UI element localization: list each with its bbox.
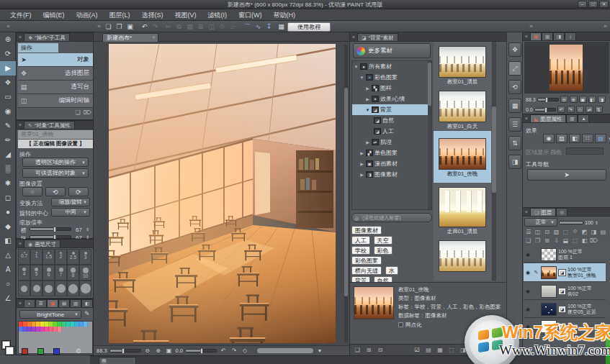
flip-horizontal-button[interactable]: ◧ (588, 96, 596, 103)
snap-ruler-icon[interactable]: ⌒ (242, 22, 253, 32)
redo-icon[interactable]: ↷ (150, 22, 161, 32)
tone-effect-icon[interactable]: ▨ (556, 134, 568, 143)
tree-item-artificial[interactable]: ◪人工 (352, 126, 431, 137)
replace-material-button[interactable]: ⟲ (508, 80, 521, 94)
material-item-classroom-morning[interactable]: 教室01_清晨 (434, 42, 491, 86)
layer-thumbnail[interactable] (541, 303, 557, 316)
pencil-tool[interactable]: ✏ (0, 133, 16, 147)
color-swatch[interactable] (84, 322, 88, 327)
tag-horizontal-seamless[interactable]: 横向无缝 (351, 266, 382, 275)
animation-tab[interactable]: ▥ (566, 114, 578, 122)
copy-icon[interactable]: ⧉ (174, 22, 184, 32)
material-thumbnail[interactable] (439, 46, 486, 78)
apply-mask-icon[interactable]: ◧ (580, 237, 588, 244)
materials-panel-tab[interactable]: ◪“背景”素材 (357, 33, 398, 41)
subtool-item-object[interactable]: ➤ 对象 (18, 53, 93, 67)
tool-navigation-button[interactable]: ➤ (527, 169, 606, 181)
layer-property-tab[interactable]: ◣图层属性 (530, 114, 566, 122)
brush-size-cell[interactable]: 1.5 (42, 249, 55, 265)
scale-transform-icon[interactable]: ⊞ (195, 22, 206, 32)
spinner-icon[interactable]: ⇕ (86, 227, 89, 232)
menu-select[interactable]: 选择(S) (136, 9, 169, 21)
undo-icon[interactable]: ↶ (139, 22, 150, 32)
rotate-ccw-button[interactable]: ↶ (557, 106, 565, 113)
material-item-classroom-evening[interactable]: 教室01_傍晚 (434, 131, 491, 183)
enable-ruler-icon[interactable]: ⟐ (571, 228, 579, 235)
blend-mode-dropdown[interactable]: 正常▼ (524, 218, 557, 227)
panel-collapse-icon[interactable]: « (17, 240, 24, 247)
green-color-chip[interactable] (37, 348, 44, 355)
chevron-down-icon[interactable]: ▾ (315, 347, 324, 354)
toneize-checkbox[interactable]: 网点化 (398, 322, 422, 329)
draft-layer-icon[interactable]: ▤ (595, 134, 606, 143)
tree-expand-icon[interactable]: ▼ (359, 76, 364, 80)
layer-thumbnail[interactable] (541, 248, 557, 261)
brush-size-cell[interactable]: 10 (79, 265, 91, 281)
history-tab[interactable]: ↕ (565, 32, 576, 40)
panel-collapse-icon[interactable]: « (523, 32, 530, 40)
tag-search-input[interactable]: ◎(请在此键入标签) (351, 213, 432, 222)
rotate-center-dropdown[interactable]: 中间▼ (51, 208, 90, 217)
menu-view[interactable]: 视图(V) (169, 9, 202, 21)
brush-size-cell[interactable]: 6 (42, 265, 55, 281)
fit-window-icon[interactable]: ▣ (165, 347, 174, 354)
tree-expand-icon[interactable]: ▼ (365, 108, 370, 112)
panel-collapse-icon[interactable]: « (523, 208, 530, 216)
tag-artificial[interactable]: 人工 (351, 236, 370, 245)
menu-animation[interactable]: 动画(A) (71, 9, 104, 21)
brush-size-cell[interactable]: 4 (18, 265, 30, 281)
clip-to-layer-icon[interactable]: ◫ (534, 229, 542, 235)
tree-item-effect-mood[interactable]: ▶✦效果/心情 (352, 94, 431, 104)
tree-expand-icon[interactable]: ▶ (359, 150, 364, 155)
menu-edit[interactable]: 编辑(E) (37, 9, 71, 21)
snap-special-ruler-icon[interactable]: ∿ (253, 22, 264, 32)
wrench-icon[interactable]: ⚙ (76, 347, 81, 355)
reset-rotation-icon[interactable]: ◇ (241, 347, 249, 354)
rotate-ccw-icon[interactable]: ↶ (219, 347, 228, 354)
spinner-icon[interactable]: ⇕ (595, 220, 598, 225)
filter-material-button[interactable]: ◨ (508, 155, 521, 169)
reset-rotation-button[interactable]: ◇ (576, 106, 584, 113)
list-material-button[interactable]: ☰ (508, 117, 521, 132)
tree-item-pattern[interactable]: ▶▚图样 (352, 83, 431, 94)
canvas-viewport[interactable] (94, 42, 349, 355)
subtool-item-edit-timeline[interactable]: ◫ 编辑时间轴 (18, 94, 93, 108)
visibility-eye-icon[interactable]: ◉ (524, 288, 531, 294)
brush-size-cell[interactable] (18, 281, 30, 296)
layer-row-classroom-evening[interactable]: ◉✎ ◪ 100 %正常教室01_傍晚 (524, 263, 606, 282)
material-item-classroom-day[interactable]: 教室01_白天 (434, 86, 491, 131)
layer-search-tab[interactable]: ◎ (556, 208, 568, 216)
layer-thumbnail[interactable] (541, 320, 557, 333)
new-file-icon[interactable]: ❏ (103, 22, 114, 32)
visibility-eye-icon[interactable]: ◉ (524, 270, 531, 276)
add-folder-icon[interactable]: ⊞ (364, 347, 373, 353)
zoom-out-button[interactable]: ⊖ (560, 96, 568, 103)
tree-expand-icon[interactable]: ▶ (359, 161, 364, 166)
brush-size-cell[interactable] (55, 281, 67, 296)
snap-grid-icon[interactable]: ↧ (264, 22, 274, 32)
brush-size-tab[interactable]: ◉画笔尺寸 (24, 240, 60, 247)
horizontal-scale-slider[interactable] (30, 227, 71, 231)
brush-tool[interactable]: ◢ (0, 147, 16, 162)
subtool-group-tab[interactable]: 操作 (18, 43, 58, 53)
open-file-icon[interactable]: ❐ (114, 22, 125, 32)
tag-sky[interactable]: 天空 (374, 236, 393, 245)
rotate-cw-button[interactable]: ↷ (567, 106, 575, 113)
two-pane-icon[interactable]: ◨ (590, 229, 598, 235)
menu-file[interactable]: 文件(F) (4, 9, 37, 21)
color-slider-tab[interactable]: ☰ (35, 299, 47, 307)
navigator-preview[interactable] (524, 42, 609, 94)
blue-color-chip[interactable] (53, 348, 60, 355)
panel-collapse-icon[interactable]: « (523, 114, 530, 122)
menu-filter[interactable]: 滤镜(I) (202, 9, 233, 21)
airbrush-tool[interactable]: ▒ (0, 162, 16, 176)
navigator-tab[interactable]: ▦ (530, 32, 542, 40)
brush-size-cell[interactable]: 7 (55, 265, 67, 281)
brush-size-cell[interactable]: 0.7 (18, 249, 30, 265)
paste-icon[interactable]: ▤ (184, 22, 195, 32)
layer-thumbnail[interactable] (541, 266, 557, 279)
visibility-eye-icon[interactable]: ◉ (524, 252, 531, 258)
tag-school[interactable]: 学校 (351, 246, 370, 255)
menu-help[interactable]: 帮助(H) (268, 9, 302, 21)
background-color-swatch[interactable] (5, 346, 14, 355)
